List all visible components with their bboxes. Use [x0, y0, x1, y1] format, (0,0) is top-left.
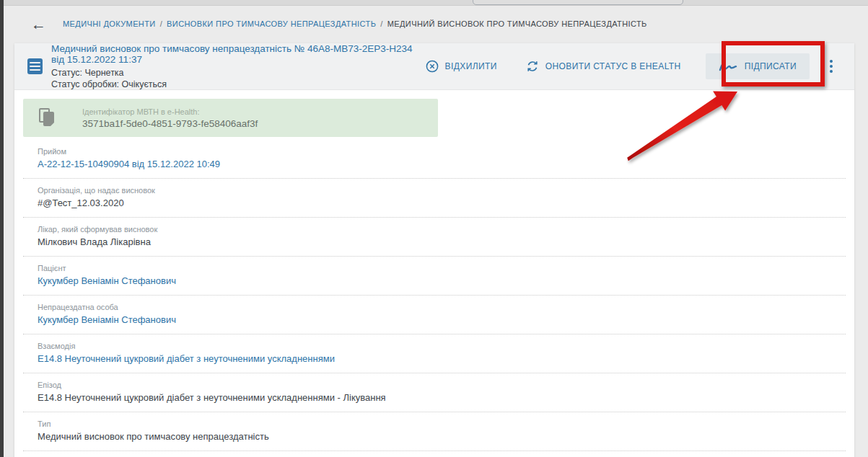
document-card: Медичний висновок про тимчасову непрацез…	[14, 43, 854, 457]
field-label: Непрацездатна особа	[38, 303, 840, 311]
field-value: Медичний висновок про тимчасову непрацез…	[38, 431, 840, 442]
field-patient: Пацієнт Кукумбер Веніамін Стефанович	[23, 257, 846, 296]
document-title: Медичний висновок про тимчасову непрацез…	[51, 43, 426, 65]
window-left-edge	[0, 0, 4, 457]
field-doctor: Лікар, який сформував висновок Мілкович …	[23, 218, 846, 257]
field-label: Тип	[38, 420, 840, 428]
breadcrumb-medical-documents[interactable]: МЕДИЧНІ ДОКУМЕНТИ	[63, 19, 156, 28]
field-label: Прийом	[38, 147, 840, 156]
circle-x-icon	[426, 60, 439, 73]
breadcrumb-conclusions-list[interactable]: ВИСНОВКИ ПРО ТИМЧАСОВУ НЕПРАЦЕЗДАТНІСТЬ	[167, 19, 376, 28]
refresh-status-button[interactable]: ОНОВИТИ СТАТУС В EHEALTH	[526, 60, 681, 73]
ehealth-id-value: 3571ba1f-5de0-4851-9793-fe58406aaf3f	[82, 118, 258, 129]
refresh-icon	[526, 60, 539, 73]
field-value: Е14.8 Неуточнений цукровий діабет з неут…	[38, 392, 840, 403]
document-icon	[27, 58, 43, 74]
field-value: Мілкович Влада Лікарівна	[38, 236, 840, 247]
field-label: Організація, що надає висновок	[38, 186, 840, 195]
field-label: Взаємодія	[38, 342, 840, 350]
encounter-link[interactable]: А-22-12-15-10490904 від 15.12.2022 10:49	[38, 159, 840, 169]
copy-icon[interactable]	[39, 108, 58, 128]
document-card-body: Ідентифікатор МВТН в e-Health: 3571ba1f-…	[14, 90, 854, 457]
breadcrumb: ← МЕДИЧНІ ДОКУМЕНТИ / ВИСНОВКИ ПРО ТИМЧА…	[4, 6, 868, 41]
document-processing-status: Статус обробки: Очікується	[51, 79, 426, 90]
field-interaction: Взаємодія Е14.8 Неуточнений цукровий діа…	[23, 334, 846, 373]
field-organization: Організація, що надає висновок #@Тест_12…	[23, 179, 846, 218]
document-status: Статус: Чернетка	[51, 67, 426, 79]
more-options-kebab-icon[interactable]	[825, 56, 837, 77]
back-arrow-icon[interactable]: ←	[31, 17, 46, 32]
field-value: #@Тест_12.03.2020	[38, 198, 840, 208]
patient-link[interactable]: Кукумбер Веніамін Стефанович	[38, 275, 840, 286]
reject-button[interactable]: ВІДХИЛИТИ	[426, 60, 497, 73]
refresh-status-button-label: ОНОВИТИ СТАТУС В EHEALTH	[545, 61, 681, 71]
document-card-header: Медичний висновок про тимчасову непрацез…	[14, 43, 854, 90]
field-label: Епізод	[38, 381, 840, 389]
signature-icon	[719, 61, 737, 72]
breadcrumb-separator: /	[380, 19, 382, 28]
document-fields: Прийом А-22-12-15-10490904 від 15.12.202…	[23, 140, 846, 457]
ehealth-id-label: Ідентифікатор МВТН в e-Health:	[82, 107, 258, 116]
ehealth-id-banner: Ідентифікатор МВТН в e-Health: 3571ba1f-…	[23, 99, 438, 137]
sign-button[interactable]: ПІДПИСАТИ	[706, 53, 810, 79]
sign-button-label: ПІДПИСАТИ	[745, 61, 797, 71]
interaction-link[interactable]: Е14.8 Неуточнений цукровий діабет з неут…	[38, 353, 840, 364]
breadcrumb-separator: /	[160, 19, 162, 28]
partial-browser-element	[473, 0, 683, 5]
field-type: Тип Медичний висновок про тимчасову непр…	[23, 412, 846, 451]
breadcrumb-current-page: МЕДИЧНИЙ ВИСНОВОК ПРО ТИМЧАСОВУ НЕПРАЦЕЗ…	[387, 19, 647, 28]
field-episode: Епізод Е14.8 Неуточнений цукровий діабет…	[23, 373, 846, 412]
field-incapacitated-person: Непрацездатна особа Кукумбер Веніамін Ст…	[23, 296, 846, 334]
reject-button-label: ВІДХИЛИТИ	[445, 61, 497, 71]
field-priyom: Прийом А-22-12-15-10490904 від 15.12.202…	[23, 140, 846, 179]
browser-chrome-strip	[4, 0, 868, 6]
field-category: Категорія Захворювання або травма загаль…	[23, 451, 846, 457]
field-label: Пацієнт	[38, 264, 840, 272]
incapacitated-person-link[interactable]: Кукумбер Веніамін Стефанович	[38, 314, 840, 325]
field-label: Лікар, який сформував висновок	[38, 225, 840, 234]
page: { "breadcrumb": { "separator": "/", "ite…	[0, 0, 868, 457]
